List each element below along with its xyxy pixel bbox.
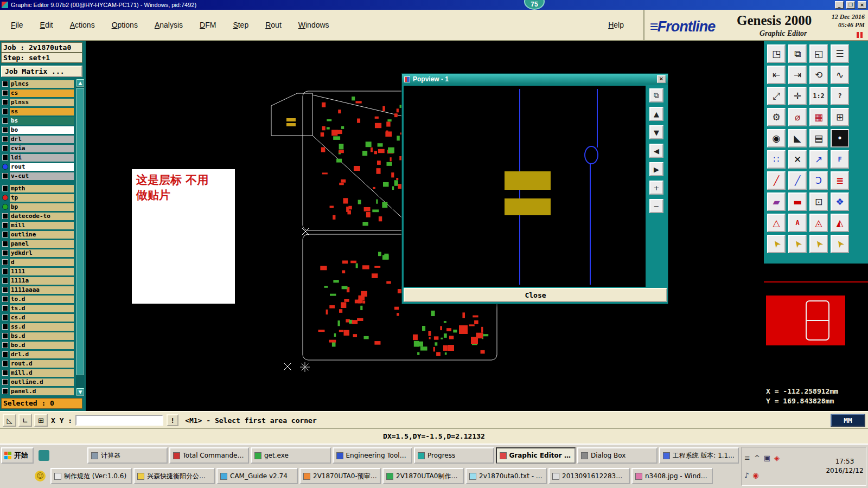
- layer-checkbox[interactable]: [2, 305, 8, 311]
- popview-canvas[interactable]: ⧉▲▼◀▶+−: [404, 86, 667, 287]
- layer-row-ss[interactable]: ss: [1, 107, 75, 116]
- shapes-group-icon[interactable]: ❖: [831, 192, 849, 211]
- layer-checkbox[interactable]: [2, 250, 8, 256]
- attach-point-icon[interactable]: ↗: [809, 150, 828, 169]
- minimize-button[interactable]: _: [835, 1, 844, 9]
- scrollbar-thumb[interactable]: [76, 88, 84, 375]
- layer-row-bs[interactable]: bs: [1, 116, 75, 125]
- taskbar-button[interactable]: 20130916122836109.rt...: [548, 468, 630, 484]
- add-thin-line-icon[interactable]: ╱: [788, 171, 807, 190]
- layer-row-d[interactable]: d: [1, 258, 75, 267]
- layer-row-mpth[interactable]: mpth: [1, 184, 75, 193]
- pan-left-icon[interactable]: ⇤: [767, 66, 786, 84]
- layer-checkbox[interactable]: [2, 90, 8, 96]
- taskbar-button[interactable]: 制作规范 (Ver:1.0.6): [50, 468, 132, 484]
- layer-checkbox[interactable]: [2, 333, 8, 339]
- ruler-icon[interactable]: ▤: [809, 129, 828, 147]
- popview-up-icon[interactable]: ▲: [649, 107, 663, 121]
- layer-row-outline[interactable]: outline: [1, 230, 75, 239]
- taskbar-button[interactable]: 2V1870UTA0制作单.xls...: [382, 468, 464, 484]
- triangle-label-icon[interactable]: A: [788, 214, 807, 232]
- taskbar-button[interactable]: Engineering Toolkit 9.0...: [333, 447, 413, 464]
- layer-checkbox[interactable]: [2, 388, 8, 394]
- layer-checkbox[interactable]: [2, 185, 8, 191]
- popview-zoom-out-icon[interactable]: −: [649, 199, 663, 213]
- layer-row-1111aaaa[interactable]: 1111aaaa: [1, 285, 75, 294]
- layer-checkbox[interactable]: [2, 241, 8, 247]
- layer-row-bo.d[interactable]: bo.d: [1, 341, 75, 350]
- tray-security-icon[interactable]: ◉: [752, 471, 758, 479]
- tray-ime-icon[interactable]: ▣: [764, 454, 770, 462]
- layer-row-plnss[interactable]: plnss: [1, 98, 75, 107]
- menu-options[interactable]: Options: [111, 20, 139, 30]
- layer-row-cs[interactable]: cs: [1, 88, 75, 98]
- scroll-down-icon[interactable]: ▼: [76, 388, 84, 396]
- corner-snap-icon[interactable]: ∟: [18, 414, 32, 427]
- layer-checkbox[interactable]: [2, 213, 8, 219]
- add-line-icon[interactable]: ╱: [767, 171, 786, 190]
- tray-clock[interactable]: 17:53 2016/12/12: [824, 447, 866, 485]
- layer-checkbox[interactable]: [2, 324, 8, 330]
- tray-volume-icon[interactable]: ♪: [744, 471, 749, 479]
- layer-checkbox[interactable]: [2, 268, 8, 274]
- dark-layer-icon[interactable]: ◣: [788, 129, 807, 147]
- taskbar-button[interactable]: 工程系统 版本: 1.1...: [659, 447, 739, 464]
- serpentine-icon[interactable]: ∿: [831, 66, 849, 84]
- layer-row-cvia[interactable]: cvia: [1, 144, 75, 153]
- snap-grid-icon[interactable]: ⊞: [831, 108, 849, 126]
- menu-file[interactable]: File: [10, 20, 24, 30]
- quicklaunch-shell-icon[interactable]: [39, 450, 49, 461]
- taskbar-button[interactable]: n3408.jpg - Windows 照...: [631, 468, 713, 484]
- layer-checkbox[interactable]: [2, 287, 8, 293]
- triangle-boxed-icon[interactable]: ◬: [809, 214, 828, 232]
- start-button[interactable]: 开始: [1, 447, 34, 464]
- layer-scrollbar[interactable]: ▲ ▼: [76, 79, 85, 396]
- maximize-button[interactable]: ❐: [846, 1, 855, 9]
- layer-row-cs.d[interactable]: cs.d: [1, 313, 75, 322]
- taskbar-button[interactable]: 2V1870UTA0-预审指示...: [299, 468, 381, 484]
- layer-checkbox[interactable]: [2, 296, 8, 302]
- color-map-icon[interactable]: ▦: [809, 108, 828, 126]
- layer-checkbox[interactable]: [2, 145, 8, 151]
- taskbar-button[interactable]: 兴森快捷衡阳分公司...: [133, 468, 215, 484]
- area-select-icon[interactable]: ◺: [3, 414, 16, 427]
- job-matrix-button[interactable]: Job Matrix ...: [1, 66, 82, 77]
- taskbar-button[interactable]: Dialog Box: [577, 447, 658, 464]
- layer-row-to.d[interactable]: to.d: [1, 294, 75, 304]
- taskbar-button[interactable]: 2v1870uta0.txt - 写字板: [465, 468, 547, 484]
- layer-checkbox[interactable]: [2, 99, 8, 105]
- layer-row-panel[interactable]: panel: [1, 239, 75, 248]
- reshape-icon[interactable]: ⊡: [809, 192, 828, 211]
- scroll-up-icon[interactable]: ▲: [76, 79, 84, 87]
- layer-row-outline.d[interactable]: outline.d: [1, 377, 75, 387]
- zoom-center-icon[interactable]: ✛: [788, 87, 807, 105]
- surface-tool-icon[interactable]: ▰: [767, 192, 786, 211]
- smiley-icon[interactable]: ☺: [35, 471, 46, 481]
- menu-help[interactable]: Help: [607, 20, 625, 30]
- popview-down-icon[interactable]: ▼: [649, 125, 663, 139]
- screen-view-icon[interactable]: ⧉: [788, 44, 807, 63]
- close-button[interactable]: ×: [858, 1, 866, 9]
- red-dot-icon[interactable]: [2, 195, 8, 201]
- layer-row-bo[interactable]: bo: [1, 125, 75, 134]
- alert-button[interactable]: !: [167, 414, 178, 426]
- measure-icon[interactable]: ⌀: [788, 108, 807, 126]
- popview-left-icon[interactable]: ◀: [649, 144, 663, 158]
- taskbar-button[interactable]: CAM_Guide v2.74: [216, 468, 298, 484]
- taskbar-button[interactable]: 计算器: [87, 447, 168, 464]
- layer-row-ydkdrl[interactable]: ydkdrl: [1, 248, 75, 258]
- layer-checkbox[interactable]: [2, 361, 8, 367]
- menu-step[interactable]: Step: [232, 20, 250, 30]
- add-traces-icon[interactable]: ≣: [831, 171, 849, 190]
- taskbar-button[interactable]: get.exe: [251, 447, 331, 464]
- popview-right-icon[interactable]: ▶: [649, 162, 663, 176]
- select-net-cursor-icon[interactable]: ➤: [831, 235, 849, 253]
- layer-checkbox[interactable]: [2, 136, 8, 142]
- taskbar-button[interactable]: Graphic Editor 9.07b...: [496, 447, 576, 464]
- layer-checkbox[interactable]: [2, 127, 8, 133]
- zoom-fit-icon[interactable]: ⤢: [767, 87, 786, 105]
- menu-dfm[interactable]: DFM: [199, 20, 217, 30]
- layer-row-mill.d[interactable]: mill.d: [1, 368, 75, 377]
- split-panes-icon[interactable]: ☰: [831, 44, 849, 63]
- tray-alert-icon[interactable]: ◈: [774, 454, 780, 462]
